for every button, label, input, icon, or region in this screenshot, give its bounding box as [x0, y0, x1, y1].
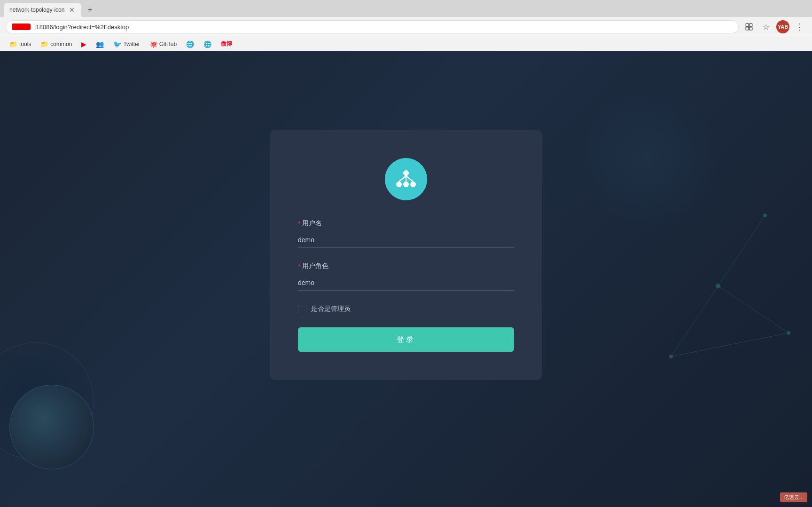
svg-rect-3 — [750, 27, 752, 30]
bookmark-label: GitHub — [159, 41, 177, 48]
security-indicator — [12, 24, 31, 30]
app-logo — [385, 158, 427, 200]
nav-bar: :18086/login?redirect=%2Fdesktop ☆ YAB ⋮ — [0, 17, 812, 37]
required-indicator: * — [298, 220, 300, 227]
tab-close-button[interactable]: ✕ — [68, 6, 76, 14]
svg-point-13 — [396, 182, 402, 187]
active-tab[interactable]: network-topology-icon ✕ — [4, 3, 81, 17]
tab-title: network-topology-icon — [9, 7, 64, 13]
group-icon: 👥 — [96, 40, 104, 48]
youtube-icon: ▶ — [81, 40, 86, 48]
role-label-text: 用户角色 — [302, 262, 328, 270]
svg-line-18 — [406, 176, 413, 182]
bookmark-youtube[interactable]: ▶ — [78, 40, 90, 49]
bookmark-github[interactable]: 🐙 GitHub — [146, 40, 180, 49]
github-icon: 🐙 — [149, 40, 157, 48]
bookmark-star-icon[interactable]: ☆ — [759, 20, 773, 33]
svg-point-12 — [403, 170, 409, 176]
more-menu-icon[interactable]: ⋮ — [793, 20, 806, 33]
browser-chrome: network-topology-icon ✕ + :18086/login?r… — [0, 0, 812, 51]
translate-bookmark-icon: 🌐 — [186, 40, 194, 48]
admin-checkbox-group: 是否是管理员 — [298, 305, 514, 313]
required-indicator-role: * — [298, 262, 300, 270]
role-group: * 用户角色 — [298, 262, 514, 291]
bookmark-common[interactable]: 📁 common — [37, 40, 76, 49]
twitter-icon: 🐦 — [113, 40, 121, 48]
login-button[interactable]: 登录 — [298, 327, 514, 352]
bookmark-tools[interactable]: 📁 tools — [6, 40, 35, 49]
svg-rect-0 — [746, 24, 749, 26]
admin-checkbox[interactable] — [298, 305, 306, 313]
weibo-icon: 微博 — [221, 40, 232, 48]
svg-rect-2 — [746, 27, 749, 30]
bookmark-label: tools — [19, 41, 31, 48]
username-group: * 用户名 — [298, 219, 514, 248]
bookmark-group[interactable]: 👥 — [92, 40, 108, 49]
url-text: :18086/login?redirect=%2Fdesktop — [34, 24, 129, 31]
svg-rect-1 — [750, 24, 752, 26]
globe-icon: 🌐 — [203, 40, 211, 48]
svg-point-15 — [410, 182, 416, 187]
bookmark-label: common — [50, 41, 72, 48]
username-label-text: 用户名 — [302, 219, 322, 228]
new-tab-button[interactable]: + — [83, 3, 96, 16]
translate-icon[interactable] — [742, 20, 756, 33]
admin-checkbox-label: 是否是管理员 — [311, 305, 351, 313]
bookmark-globe[interactable]: 🌐 — [200, 40, 215, 49]
username-label: * 用户名 — [298, 219, 514, 228]
profile-avatar[interactable]: YAB — [776, 20, 789, 33]
bookmarks-bar: 📁 tools 📁 common ▶ 👥 🐦 Twitter 🐙 GitHub … — [0, 37, 812, 51]
bookmark-weibo[interactable]: 微博 — [217, 39, 236, 49]
role-input[interactable] — [298, 275, 514, 291]
login-page-container: * 用户名 * 用户角色 是否是管理员 登录 — [0, 51, 812, 507]
bookmark-translate[interactable]: 🌐 — [182, 40, 198, 49]
role-label: * 用户角色 — [298, 262, 514, 270]
bookmark-label: Twitter — [123, 41, 140, 48]
svg-line-16 — [399, 176, 406, 182]
tab-bar: network-topology-icon ✕ + — [0, 0, 812, 17]
folder-icon: 📁 — [9, 40, 17, 48]
username-input[interactable] — [298, 232, 514, 248]
nav-icons: ☆ YAB ⋮ — [742, 20, 806, 33]
address-bar[interactable]: :18086/login?redirect=%2Fdesktop — [6, 20, 739, 33]
folder-icon: 📁 — [40, 40, 48, 48]
login-card: * 用户名 * 用户角色 是否是管理员 登录 — [270, 130, 542, 380]
bookmark-twitter[interactable]: 🐦 Twitter — [109, 40, 143, 49]
svg-point-14 — [403, 182, 409, 187]
